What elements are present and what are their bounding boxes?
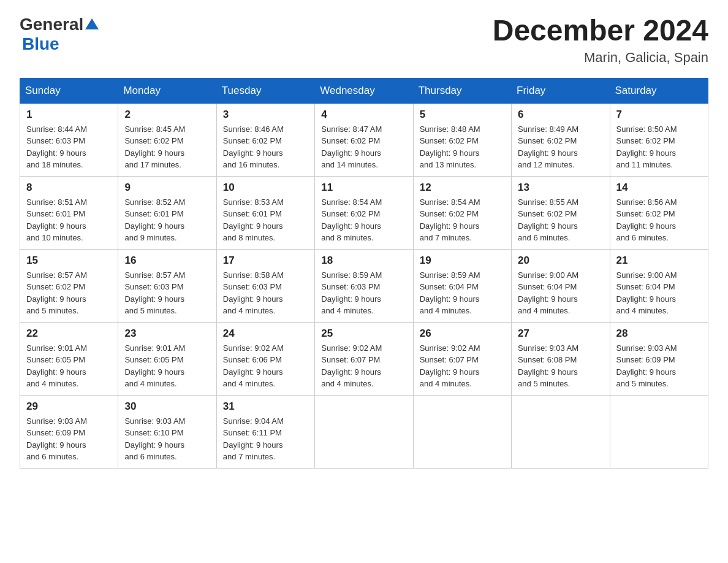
day-info: Sunrise: 8:52 AM Sunset: 6:01 PM Dayligh…	[124, 196, 210, 244]
calendar-cell: 21 Sunrise: 9:00 AM Sunset: 6:04 PM Dayl…	[610, 249, 708, 322]
day-number: 19	[420, 255, 505, 267]
calendar-cell: 11 Sunrise: 8:54 AM Sunset: 6:02 PM Dayl…	[315, 176, 413, 249]
calendar-header-saturday: Saturday	[610, 78, 708, 103]
calendar-table: SundayMondayTuesdayWednesdayThursdayFrid…	[20, 78, 708, 469]
day-info: Sunrise: 8:50 AM Sunset: 6:02 PM Dayligh…	[616, 123, 702, 171]
day-info: Sunrise: 8:47 AM Sunset: 6:02 PM Dayligh…	[321, 123, 406, 171]
calendar-cell: 5 Sunrise: 8:48 AM Sunset: 6:02 PM Dayli…	[413, 103, 511, 176]
day-number: 24	[223, 327, 308, 340]
day-info: Sunrise: 9:01 AM Sunset: 6:05 PM Dayligh…	[124, 342, 210, 390]
day-number: 21	[616, 255, 702, 267]
calendar-cell	[512, 395, 610, 468]
calendar-cell: 7 Sunrise: 8:50 AM Sunset: 6:02 PM Dayli…	[610, 103, 708, 176]
day-number: 29	[26, 400, 112, 413]
calendar-cell: 1 Sunrise: 8:44 AM Sunset: 6:03 PM Dayli…	[20, 103, 118, 176]
day-number: 27	[518, 327, 603, 340]
day-info: Sunrise: 9:00 AM Sunset: 6:04 PM Dayligh…	[518, 269, 603, 317]
calendar-header-monday: Monday	[118, 78, 216, 103]
day-info: Sunrise: 8:44 AM Sunset: 6:03 PM Dayligh…	[26, 123, 112, 171]
day-info: Sunrise: 8:58 AM Sunset: 6:03 PM Dayligh…	[223, 269, 308, 317]
day-number: 25	[321, 327, 406, 340]
day-info: Sunrise: 8:48 AM Sunset: 6:02 PM Dayligh…	[420, 123, 505, 171]
calendar-cell: 15 Sunrise: 8:57 AM Sunset: 6:02 PM Dayl…	[20, 249, 118, 322]
calendar-header-sunday: Sunday	[20, 78, 118, 103]
calendar-cell: 3 Sunrise: 8:46 AM Sunset: 6:02 PM Dayli…	[216, 103, 314, 176]
calendar-cell: 12 Sunrise: 8:54 AM Sunset: 6:02 PM Dayl…	[413, 176, 511, 249]
calendar-header-friday: Friday	[512, 78, 610, 103]
day-info: Sunrise: 9:02 AM Sunset: 6:07 PM Dayligh…	[420, 342, 505, 390]
calendar-subtitle: Marin, Galicia, Spain	[493, 50, 708, 66]
day-info: Sunrise: 8:46 AM Sunset: 6:02 PM Dayligh…	[223, 123, 308, 171]
calendar-cell: 23 Sunrise: 9:01 AM Sunset: 6:05 PM Dayl…	[118, 322, 216, 395]
calendar-week-5: 29 Sunrise: 9:03 AM Sunset: 6:09 PM Dayl…	[20, 395, 708, 468]
day-info: Sunrise: 8:57 AM Sunset: 6:02 PM Dayligh…	[26, 269, 112, 317]
calendar-header-row: SundayMondayTuesdayWednesdayThursdayFrid…	[20, 78, 708, 103]
day-info: Sunrise: 8:53 AM Sunset: 6:01 PM Dayligh…	[223, 196, 308, 244]
calendar-cell: 31 Sunrise: 9:04 AM Sunset: 6:11 PM Dayl…	[216, 395, 314, 468]
day-info: Sunrise: 8:45 AM Sunset: 6:02 PM Dayligh…	[124, 123, 210, 171]
day-info: Sunrise: 8:54 AM Sunset: 6:02 PM Dayligh…	[321, 196, 406, 244]
day-number: 17	[223, 255, 308, 267]
day-number: 8	[26, 182, 112, 194]
calendar-week-4: 22 Sunrise: 9:01 AM Sunset: 6:05 PM Dayl…	[20, 322, 708, 395]
logo-blue: Blue	[22, 34, 59, 54]
day-info: Sunrise: 9:03 AM Sunset: 6:10 PM Dayligh…	[124, 415, 210, 463]
day-number: 14	[616, 182, 702, 194]
calendar-cell: 18 Sunrise: 8:59 AM Sunset: 6:03 PM Dayl…	[315, 249, 413, 322]
logo: General Blue	[20, 15, 99, 54]
day-info: Sunrise: 8:54 AM Sunset: 6:02 PM Dayligh…	[420, 196, 505, 244]
day-number: 11	[321, 182, 406, 194]
day-info: Sunrise: 8:49 AM Sunset: 6:02 PM Dayligh…	[518, 123, 603, 171]
calendar-week-3: 15 Sunrise: 8:57 AM Sunset: 6:02 PM Dayl…	[20, 249, 708, 322]
calendar-cell	[413, 395, 511, 468]
calendar-cell: 16 Sunrise: 8:57 AM Sunset: 6:03 PM Dayl…	[118, 249, 216, 322]
logo-triangle-icon	[85, 18, 99, 29]
day-number: 15	[26, 255, 112, 267]
calendar-cell: 14 Sunrise: 8:56 AM Sunset: 6:02 PM Dayl…	[610, 176, 708, 249]
day-number: 31	[223, 400, 308, 413]
day-info: Sunrise: 8:51 AM Sunset: 6:01 PM Dayligh…	[26, 196, 112, 244]
calendar-cell: 24 Sunrise: 9:02 AM Sunset: 6:06 PM Dayl…	[216, 322, 314, 395]
day-number: 30	[124, 400, 210, 413]
calendar-cell: 13 Sunrise: 8:55 AM Sunset: 6:02 PM Dayl…	[512, 176, 610, 249]
calendar-cell: 25 Sunrise: 9:02 AM Sunset: 6:07 PM Dayl…	[315, 322, 413, 395]
day-number: 20	[518, 255, 603, 267]
day-number: 3	[223, 109, 308, 121]
calendar-cell: 17 Sunrise: 8:58 AM Sunset: 6:03 PM Dayl…	[216, 249, 314, 322]
day-number: 10	[223, 182, 308, 194]
day-info: Sunrise: 9:02 AM Sunset: 6:07 PM Dayligh…	[321, 342, 406, 390]
day-number: 4	[321, 109, 406, 121]
calendar-cell: 9 Sunrise: 8:52 AM Sunset: 6:01 PM Dayli…	[118, 176, 216, 249]
day-info: Sunrise: 8:56 AM Sunset: 6:02 PM Dayligh…	[616, 196, 702, 244]
calendar-cell: 26 Sunrise: 9:02 AM Sunset: 6:07 PM Dayl…	[413, 322, 511, 395]
calendar-cell: 6 Sunrise: 8:49 AM Sunset: 6:02 PM Dayli…	[512, 103, 610, 176]
logo-general: General	[20, 15, 83, 34]
calendar-cell: 22 Sunrise: 9:01 AM Sunset: 6:05 PM Dayl…	[20, 322, 118, 395]
day-info: Sunrise: 9:03 AM Sunset: 6:08 PM Dayligh…	[518, 342, 603, 390]
day-info: Sunrise: 9:04 AM Sunset: 6:11 PM Dayligh…	[223, 415, 308, 463]
day-number: 1	[26, 109, 112, 121]
day-number: 12	[420, 182, 505, 194]
calendar-cell: 30 Sunrise: 9:03 AM Sunset: 6:10 PM Dayl…	[118, 395, 216, 468]
day-info: Sunrise: 8:55 AM Sunset: 6:02 PM Dayligh…	[518, 196, 603, 244]
calendar-header-tuesday: Tuesday	[216, 78, 314, 103]
calendar-cell: 4 Sunrise: 8:47 AM Sunset: 6:02 PM Dayli…	[315, 103, 413, 176]
day-number: 18	[321, 255, 406, 267]
calendar-cell: 28 Sunrise: 9:03 AM Sunset: 6:09 PM Dayl…	[610, 322, 708, 395]
calendar-cell: 27 Sunrise: 9:03 AM Sunset: 6:08 PM Dayl…	[512, 322, 610, 395]
calendar-cell: 29 Sunrise: 9:03 AM Sunset: 6:09 PM Dayl…	[20, 395, 118, 468]
calendar-week-1: 1 Sunrise: 8:44 AM Sunset: 6:03 PM Dayli…	[20, 103, 708, 176]
day-info: Sunrise: 8:59 AM Sunset: 6:03 PM Dayligh…	[321, 269, 406, 317]
day-info: Sunrise: 9:02 AM Sunset: 6:06 PM Dayligh…	[223, 342, 308, 390]
calendar-header-thursday: Thursday	[413, 78, 511, 103]
day-number: 2	[124, 109, 210, 121]
day-number: 28	[616, 327, 702, 340]
day-info: Sunrise: 8:59 AM Sunset: 6:04 PM Dayligh…	[420, 269, 505, 317]
day-info: Sunrise: 9:03 AM Sunset: 6:09 PM Dayligh…	[616, 342, 702, 390]
title-section: December 2024 Marin, Galicia, Spain	[493, 15, 708, 66]
calendar-header-wednesday: Wednesday	[315, 78, 413, 103]
day-number: 5	[420, 109, 505, 121]
calendar-cell: 10 Sunrise: 8:53 AM Sunset: 6:01 PM Dayl…	[216, 176, 314, 249]
page-header: General Blue December 2024 Marin, Galici…	[20, 15, 708, 66]
calendar-cell: 20 Sunrise: 9:00 AM Sunset: 6:04 PM Dayl…	[512, 249, 610, 322]
